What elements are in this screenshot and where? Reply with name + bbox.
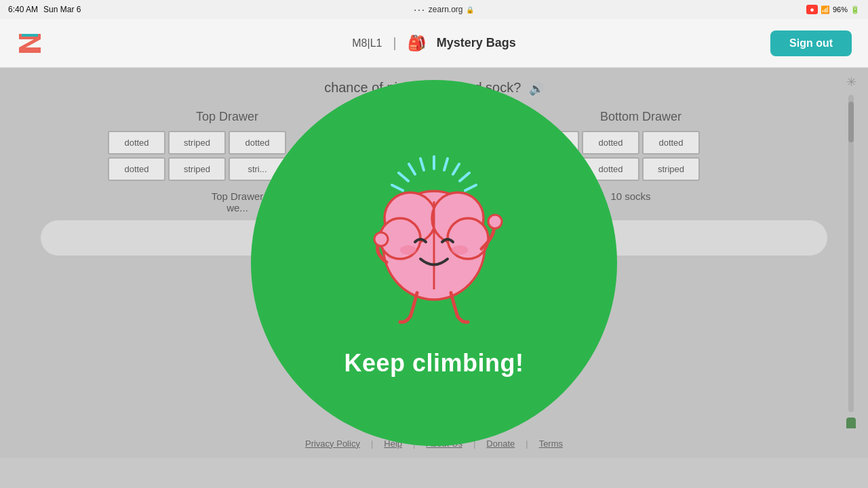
svg-marker-0 (19, 34, 41, 53)
svg-point-17 (374, 232, 388, 246)
nav-title: Mystery Bags (437, 36, 516, 50)
svg-line-2 (444, 159, 448, 170)
url-display: zearn.org (429, 5, 463, 14)
lock-icon: 🔒 (466, 6, 474, 14)
menu-dots: ··· (414, 4, 426, 15)
svg-line-5 (420, 159, 424, 170)
svg-point-15 (400, 245, 416, 255)
brain-svg (339, 148, 529, 338)
brain-illustration (339, 148, 529, 338)
status-right: ● 📶 96% 🔋 (806, 5, 860, 14)
svg-line-7 (399, 173, 408, 181)
date-display: Sun Mar 6 (43, 5, 81, 14)
bag-icon: 🎒 (408, 35, 426, 52)
main-content: chance of picking a dotted sock? 🔊 Top D… (0, 68, 868, 458)
device-status-bar: 6:40 AM Sun Mar 6 ··· zearn.org 🔒 ● 📶 96… (0, 0, 868, 19)
svg-line-9 (392, 185, 403, 190)
status-center: ··· zearn.org 🔒 (414, 4, 473, 15)
sparkle-lines (392, 157, 476, 190)
nav-center: M8|L1 | 🎒 Mystery Bags (352, 35, 515, 52)
brain-body (374, 191, 502, 322)
wifi-icon: 📶 (821, 5, 830, 14)
svg-point-18 (488, 215, 502, 228)
time-display: 6:40 AM (8, 5, 38, 14)
app-header: M8|L1 | 🎒 Mystery Bags Sign out (0, 19, 868, 68)
battery-indicator: ● (806, 5, 818, 14)
svg-line-4 (460, 173, 469, 181)
svg-point-16 (452, 245, 468, 255)
modal-overlay: Keep climbing! (0, 68, 868, 458)
zearn-logo (16, 30, 43, 57)
modal-circle: Keep climbing! (251, 80, 617, 446)
battery-percent: 96% (833, 5, 848, 14)
sign-out-button[interactable]: Sign out (770, 30, 852, 56)
nav-divider-icon: | (393, 35, 396, 51)
app-container: M8|L1 | 🎒 Mystery Bags Sign out chance o… (0, 19, 868, 488)
svg-line-8 (465, 185, 476, 190)
logo-container (16, 30, 43, 57)
battery-icon: 🔋 (850, 5, 860, 14)
keep-climbing-text: Keep climbing! (344, 349, 524, 378)
status-left: 6:40 AM Sun Mar 6 (8, 5, 81, 14)
nav-lesson: M8|L1 (352, 37, 382, 49)
svg-line-3 (453, 164, 459, 174)
svg-line-6 (409, 164, 415, 174)
